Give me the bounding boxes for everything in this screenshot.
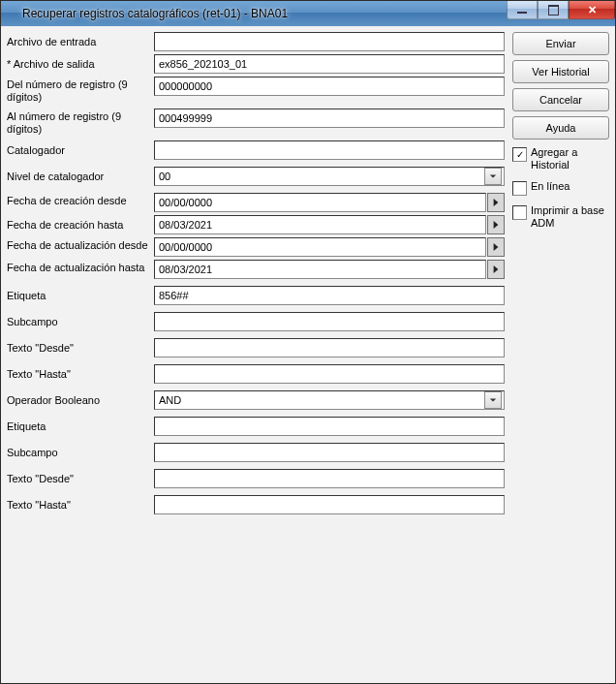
minimize-icon: [517, 12, 527, 14]
checkbox-label-en-linea: En línea: [531, 180, 570, 193]
checkbox-label-imprimir-base-adm: Imprimir a base ADM: [531, 204, 609, 230]
chevron-right-icon: [492, 242, 500, 252]
label-texto-desde: Texto "Desde": [5, 340, 154, 357]
ver-historial-button[interactable]: Ver Historial: [512, 60, 609, 83]
label-fecha-creacion-hasta: Fecha de creación hasta: [5, 217, 154, 233]
label-fecha-creacion-desde: Fecha de creación desde: [5, 193, 154, 209]
app-window: Recuperar registros catalográficos (ret-…: [0, 0, 616, 684]
date-picker-button[interactable]: [487, 215, 505, 234]
label-texto-hasta: Texto "Hasta": [5, 366, 154, 383]
label-subcampo: Subcampo: [5, 314, 154, 330]
client-area: Archivo de entrada * Archivo de salida D…: [1, 26, 615, 683]
input-catalogador[interactable]: [154, 140, 505, 160]
checkbox-row-agregar-historial: Agregar a Historial: [512, 144, 609, 173]
window-controls: ✕: [507, 1, 615, 26]
input-etiqueta-2[interactable]: [154, 417, 505, 436]
input-texto-desde[interactable]: [154, 338, 505, 358]
minimize-button[interactable]: [507, 1, 538, 19]
input-texto-hasta-2[interactable]: [154, 495, 505, 514]
input-fecha-actualizacion-hasta[interactable]: [154, 260, 486, 279]
label-archivo-salida: * Archivo de salida: [5, 56, 154, 73]
chevron-right-icon: [492, 198, 500, 207]
input-archivo-salida[interactable]: [154, 54, 505, 74]
label-etiqueta: Etiqueta: [5, 288, 154, 304]
form-panel: Archivo de entrada * Archivo de salida D…: [1, 26, 510, 683]
input-subcampo-2[interactable]: [154, 443, 505, 462]
input-texto-desde-2[interactable]: [154, 469, 505, 488]
input-archivo-entrada[interactable]: [154, 32, 505, 51]
select-nivel-catalogador-value: 00: [159, 171, 484, 182]
checkbox-label-agregar-historial: Agregar a Historial: [531, 146, 609, 171]
chevron-right-icon: [492, 264, 500, 274]
date-picker-button[interactable]: [487, 193, 505, 212]
input-al-numero[interactable]: [154, 109, 505, 128]
input-subcampo[interactable]: [154, 312, 505, 331]
input-texto-hasta[interactable]: [154, 364, 505, 384]
label-del-numero: Del número de registro (9 dígitos): [5, 77, 154, 106]
label-fecha-actualizacion-desde: Fecha de actualización desde: [5, 237, 154, 254]
maximize-button[interactable]: [538, 1, 569, 19]
select-nivel-catalogador[interactable]: 00: [154, 167, 505, 186]
input-etiqueta[interactable]: [154, 286, 505, 305]
label-al-numero: Al número de registro (9 dígitos): [5, 109, 154, 138]
maximize-icon: [548, 5, 559, 16]
chevron-down-icon: [484, 391, 502, 409]
checkbox-agregar-historial[interactable]: [512, 147, 527, 162]
input-del-numero[interactable]: [154, 77, 505, 96]
label-texto-desde-2: Texto "Desde": [5, 471, 154, 487]
date-picker-button[interactable]: [487, 260, 505, 279]
select-operador-booleano-value: AND: [159, 394, 484, 406]
titlebar: Recuperar registros catalográficos (ret-…: [1, 1, 615, 26]
close-button[interactable]: ✕: [569, 1, 615, 19]
input-fecha-creacion-desde[interactable]: [154, 193, 486, 212]
select-operador-booleano[interactable]: AND: [154, 390, 505, 410]
label-fecha-actualizacion-hasta: Fecha de actualización hasta: [5, 260, 154, 276]
label-nivel-catalogador: Nivel de catalogador: [5, 169, 154, 185]
chevron-right-icon: [492, 220, 500, 230]
date-picker-button[interactable]: [487, 237, 505, 257]
ayuda-button[interactable]: Ayuda: [512, 116, 609, 140]
checkbox-imprimir-base-adm[interactable]: [512, 205, 527, 220]
checkbox-en-linea[interactable]: [512, 181, 527, 196]
label-archivo-entrada: Archivo de entrada: [5, 34, 154, 50]
label-catalogador: Catalogador: [5, 142, 154, 159]
label-etiqueta-2: Etiqueta: [5, 419, 154, 435]
label-texto-hasta-2: Texto "Hasta": [5, 497, 154, 513]
window-title: Recuperar registros catalográficos (ret-…: [20, 1, 507, 26]
checkbox-row-imprimir-base-adm: Imprimir a base ADM: [512, 202, 609, 232]
checkbox-row-en-linea: En línea: [512, 178, 609, 198]
input-fecha-creacion-hasta[interactable]: [154, 215, 486, 234]
input-fecha-actualizacion-desde[interactable]: [154, 237, 486, 257]
label-subcampo-2: Subcampo: [5, 445, 154, 461]
chevron-down-icon: [484, 168, 502, 185]
label-operador-booleano: Operador Booleano: [5, 392, 154, 409]
side-panel: Enviar Ver Historial Cancelar Ayuda Agre…: [510, 26, 615, 683]
enviar-button[interactable]: Enviar: [512, 32, 609, 55]
cancelar-button[interactable]: Cancelar: [512, 88, 609, 111]
close-icon: ✕: [588, 4, 597, 16]
